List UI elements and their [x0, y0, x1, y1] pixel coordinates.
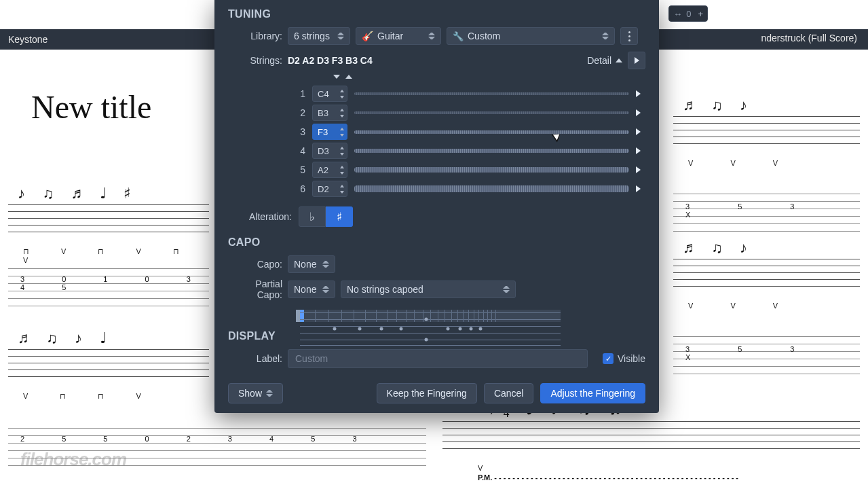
note-up-button[interactable] [339, 107, 345, 113]
chevron-updown-icon [266, 389, 273, 398]
note-down-button[interactable] [339, 151, 345, 157]
alteration-toggle: ♭ ♯ [299, 206, 353, 227]
string-1-note-input[interactable]: C4 [312, 86, 347, 102]
tab-segment: 3 5 3 X [665, 194, 868, 219]
play-string-button[interactable] [636, 90, 645, 97]
tab-segment: 2 5 5 0 2 3 4 5 3 [0, 428, 434, 443]
staff-segment: 𝄢 ³⁄₄ ♩ ♪ ♫ ♬ V P.M. - - - - - - - - - -… [434, 408, 868, 482]
string-3-note-input[interactable]: F3 [312, 124, 347, 140]
library-more-button[interactable] [620, 27, 638, 45]
chevron-updown-icon [322, 259, 329, 269]
library-preset-select[interactable]: 🔧 Custom [447, 27, 615, 45]
wrench-icon: 🔧 [453, 31, 464, 41]
string-4-note-input[interactable]: D3 [312, 143, 347, 159]
tuning-dialog: TUNING Library: 6 strings 🎸 Guitar 🔧 Cus… [214, 0, 659, 413]
partial-capo-select[interactable]: None [288, 281, 335, 298]
tab-segment: 3 5 3 X [665, 336, 868, 361]
string-gauge [354, 185, 629, 192]
collapse-up-button[interactable] [343, 72, 354, 82]
note-up-button[interactable] [339, 164, 345, 170]
staff-segment: ♬ ♫ ♪ V V V [665, 248, 868, 310]
show-menu-button[interactable]: Show [228, 383, 283, 403]
string-gauge [354, 92, 629, 95]
alteration-sharp-button[interactable]: ♯ [326, 206, 353, 227]
string-5-note-input[interactable]: A2 [312, 162, 347, 178]
chevron-updown-icon [322, 285, 329, 294]
staff-segment: ♬ ♫ ♪ ♩ V ⊓ ⊓ V [0, 338, 217, 401]
zoom-chip[interactable]: ↔0+ [668, 5, 708, 22]
string-row: 5 A2 [296, 160, 645, 179]
play-string-button[interactable] [636, 166, 645, 173]
play-string-button[interactable] [636, 109, 645, 116]
library-strings-select[interactable]: 6 strings [288, 27, 350, 45]
string-gauge [354, 130, 629, 134]
triangle-up-icon [616, 58, 622, 62]
note-down-button[interactable] [339, 170, 345, 176]
fretboard-diagram[interactable] [296, 310, 561, 322]
play-string-button[interactable] [636, 128, 645, 135]
collapse-down-button[interactable] [331, 72, 342, 82]
strings-label: Strings: [228, 55, 282, 66]
display-label-input[interactable]: Custom [288, 349, 588, 368]
strings-summary: D2 A2 D3 F3 B3 C4 [288, 55, 373, 66]
string-6-note-input[interactable]: D2 [312, 181, 347, 197]
note-down-button[interactable] [339, 132, 345, 138]
note-up-button[interactable] [339, 88, 345, 94]
alteration-label: Alteration: [228, 211, 292, 222]
detail-toggle[interactable]: Detail [587, 55, 622, 66]
string-row: 2 B3 [296, 103, 645, 122]
keep-fingering-button[interactable]: Keep the Fingering [377, 383, 477, 403]
play-string-button[interactable] [636, 185, 645, 192]
adjust-fingering-button[interactable]: Adjust the Fingering [540, 383, 645, 403]
chevron-updown-icon [337, 31, 344, 41]
note-up-button[interactable] [339, 183, 345, 189]
play-string-button[interactable] [636, 147, 645, 154]
guitar-icon: 🎸 [362, 31, 373, 41]
library-instrument-select[interactable]: 🎸 Guitar [356, 27, 441, 45]
string-gauge [354, 149, 629, 153]
staff-segment: ♪ ♫ ♬ ♩ ♯ ⊓ V ⊓ V ⊓ V [0, 194, 217, 264]
string-row: 4 D3 [296, 141, 645, 160]
tab-segment: 3 0 1 0 3 4 5 [0, 268, 217, 291]
string-row: 3 F3 [296, 122, 645, 141]
string-gauge [354, 167, 629, 173]
visible-checkbox[interactable]: ✓ [603, 353, 614, 364]
display-label-label: Label: [228, 353, 282, 364]
tuning-heading: TUNING [228, 8, 645, 20]
string-gauge [354, 111, 629, 114]
page-title: New title [31, 88, 151, 126]
play-all-button[interactable] [628, 52, 645, 69]
string-2-note-input[interactable]: B3 [312, 105, 347, 121]
chevron-updown-icon [503, 285, 510, 294]
capo-label: Capo: [228, 259, 282, 270]
staff-segment: ♬ ♫ ♪ V V V [665, 105, 868, 167]
capo-select[interactable]: None [288, 255, 335, 273]
note-down-button[interactable] [339, 113, 345, 119]
string-row: 6 D2 [296, 179, 645, 198]
play-icon [635, 57, 639, 64]
alteration-flat-button[interactable]: ♭ [299, 206, 326, 227]
chevron-updown-icon [428, 31, 435, 41]
note-down-button[interactable] [339, 94, 345, 100]
document-tab-right[interactable]: nderstruck (Full Score) [761, 33, 857, 43]
capo-heading: CAPO [228, 236, 645, 249]
visible-label: Visible [618, 353, 645, 364]
cancel-button[interactable]: Cancel [484, 383, 534, 403]
more-vertical-icon [628, 31, 630, 41]
watermark: filehorse.com [20, 449, 126, 470]
document-tab-left[interactable]: Keystone [8, 34, 48, 45]
string-row: 1 C4 [296, 84, 645, 103]
partial-capo-label: Partial Capo: [228, 278, 282, 300]
chevron-updown-icon [602, 31, 609, 41]
display-heading: DISPLAY [228, 330, 645, 342]
note-up-button[interactable] [339, 126, 345, 132]
note-up-button[interactable] [339, 145, 345, 151]
partial-capo-strings-select[interactable]: No strings capoed [341, 281, 516, 298]
library-label: Library: [228, 31, 282, 41]
note-down-button[interactable] [339, 189, 345, 195]
